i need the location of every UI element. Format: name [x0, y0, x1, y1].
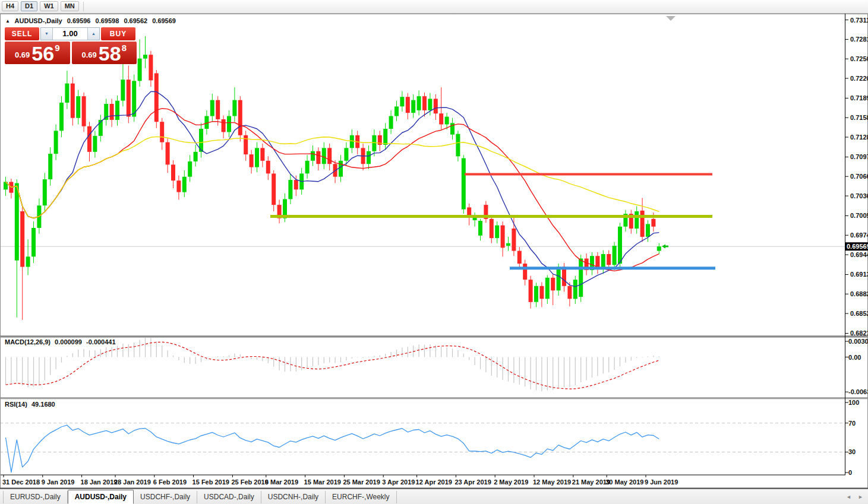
svg-text:9 Jun 2019: 9 Jun 2019: [645, 478, 678, 486]
buy-price-quote[interactable]: 0.69 58 8: [72, 42, 137, 64]
buy-price-pip: 8: [122, 43, 127, 53]
chart-header: ▲ AUDUSD-,Daily 0.69596 0.69598 0.69562 …: [5, 17, 176, 24]
svg-text:28 Jan 2019: 28 Jan 2019: [114, 478, 151, 486]
svg-text:12 May 2019: 12 May 2019: [533, 478, 571, 486]
price-chart-canvas[interactable]: 0.731150.728100.725050.722000.718900.715…: [0, 0, 868, 504]
svg-text:0.71280: 0.71280: [850, 134, 868, 141]
svg-text:3 Apr 2019: 3 Apr 2019: [382, 478, 415, 486]
svg-text:-0.006311: -0.006311: [848, 388, 868, 395]
current-price-badge: 0.69569: [847, 243, 868, 250]
timeframe-button-h4[interactable]: H4: [2, 1, 18, 11]
buy-price-big: 58: [99, 45, 121, 62]
svg-text:0.71585: 0.71585: [850, 114, 868, 121]
sell-price-prefix: 0.69: [15, 50, 30, 59]
sell-price-quote[interactable]: 0.69 56 9: [5, 42, 70, 64]
ohlc-high: 0.69598: [96, 17, 119, 24]
volume-input[interactable]: 1.00: [53, 28, 87, 40]
symbol-label: AUDUSD-,Daily: [15, 17, 62, 24]
toolbar-separator: [83, 2, 84, 11]
svg-text:0.72200: 0.72200: [850, 75, 868, 82]
sell-price-big: 56: [31, 45, 54, 62]
chart-tabs-bar: EURUSD-,DailyAUDUSD-,DailyUSDCHF-,DailyU…: [0, 489, 868, 504]
svg-text:0.69745: 0.69745: [850, 232, 868, 239]
svg-text:0.00: 0.00: [848, 354, 861, 361]
timeframe-button-w1[interactable]: W1: [40, 1, 58, 11]
svg-text:0.68825: 0.68825: [850, 290, 868, 297]
sell-button[interactable]: SELL: [5, 27, 39, 40]
svg-text:12 Apr 2019: 12 Apr 2019: [416, 478, 452, 486]
mt4-window: 0.731150.728100.725050.722000.718900.715…: [0, 0, 868, 504]
svg-text:15 Mar 2019: 15 Mar 2019: [304, 478, 341, 486]
svg-text:30: 30: [848, 448, 856, 455]
ohlc-low: 0.69562: [124, 17, 147, 24]
sell-price-pip: 9: [55, 43, 59, 53]
timeframe-button-d1[interactable]: D1: [21, 1, 37, 11]
timeframe-button-mn[interactable]: MN: [61, 1, 79, 11]
svg-text:15 Feb 2019: 15 Feb 2019: [192, 478, 229, 486]
ohlc-open: 0.69596: [67, 17, 91, 24]
svg-text:0.68520: 0.68520: [850, 310, 868, 317]
macd-title: MACD(12,26,9): [5, 338, 50, 345]
svg-text:100: 100: [848, 399, 859, 406]
tabs-scroll-right-icon[interactable]: ►: [858, 494, 863, 500]
svg-text:18 Jan 2019: 18 Jan 2019: [81, 478, 118, 486]
chart-tab-usdchf[interactable]: USDCHF-,Daily: [134, 491, 197, 503]
volume-stepper: ▼ 1.00 ▲: [40, 27, 100, 40]
volume-decrease-icon[interactable]: ▼: [41, 28, 53, 40]
svg-text:25 Mar 2019: 25 Mar 2019: [343, 478, 380, 486]
buy-price-prefix: 0.69: [82, 50, 97, 59]
ohlc-close: 0.69569: [152, 17, 176, 24]
svg-text:0.003035: 0.003035: [848, 338, 868, 345]
svg-text:23 Apr 2019: 23 Apr 2019: [454, 478, 491, 486]
svg-text:30 May 2019: 30 May 2019: [605, 478, 643, 486]
svg-text:0.70665: 0.70665: [850, 173, 868, 180]
collapse-panel-icon[interactable]: ▲: [5, 18, 10, 24]
svg-text:0.72810: 0.72810: [850, 36, 868, 43]
rsi-title: RSI(14): [5, 401, 27, 408]
rsi-label: RSI(14) 49.1680: [5, 401, 58, 408]
svg-text:70: 70: [848, 420, 856, 427]
chart-tab-usdcnh[interactable]: USDCNH-,Daily: [261, 491, 326, 503]
svg-text:0: 0: [848, 469, 852, 476]
svg-text:0.72505: 0.72505: [850, 55, 868, 62]
svg-text:25 Feb 2019: 25 Feb 2019: [231, 478, 268, 486]
svg-text:6 Mar 2019: 6 Mar 2019: [265, 478, 298, 486]
chart-tab-eurchf[interactable]: EURCHF-,Weekly: [326, 491, 396, 503]
svg-text:0.70970: 0.70970: [850, 153, 868, 160]
chart-tab-usdcad[interactable]: USDCAD-,Daily: [197, 491, 261, 503]
svg-text:0.69130: 0.69130: [850, 271, 868, 278]
volume-increase-icon[interactable]: ▲: [87, 28, 99, 40]
macd-label: MACD(12,26,9) 0.000099 -0.000441: [5, 338, 118, 345]
svg-text:9 Jan 2019: 9 Jan 2019: [42, 478, 75, 486]
svg-text:0.69440: 0.69440: [850, 251, 868, 258]
svg-text:0.68210: 0.68210: [850, 329, 868, 337]
one-click-trading-panel: SELL ▼ 1.00 ▲ BUY 0.69 56 9 0.69 58 8: [5, 27, 137, 64]
macd-value-signal: -0.000441: [86, 338, 116, 345]
svg-text:0.73115: 0.73115: [850, 17, 868, 24]
timeframe-toolbar: H4D1W1MN: [0, 0, 868, 14]
macd-value-main: 0.000099: [55, 338, 82, 345]
svg-text:0.70050: 0.70050: [850, 212, 868, 219]
svg-text:21 May 2019: 21 May 2019: [572, 478, 610, 486]
chart-tab-audusd[interactable]: AUDUSD-,Daily: [68, 490, 134, 504]
chart-tab-eurusd[interactable]: EURUSD-,Daily: [3, 491, 68, 503]
svg-text:0.70360: 0.70360: [850, 192, 868, 199]
tabs-scroll-left-icon[interactable]: ◄: [846, 494, 851, 500]
svg-text:0.71890: 0.71890: [850, 94, 868, 102]
svg-text:2 May 2019: 2 May 2019: [494, 478, 528, 486]
buy-button[interactable]: BUY: [101, 27, 135, 40]
rsi-value: 49.1680: [31, 401, 55, 408]
svg-text:31 Dec 2018: 31 Dec 2018: [2, 478, 40, 486]
svg-text:6 Feb 2019: 6 Feb 2019: [153, 478, 187, 486]
